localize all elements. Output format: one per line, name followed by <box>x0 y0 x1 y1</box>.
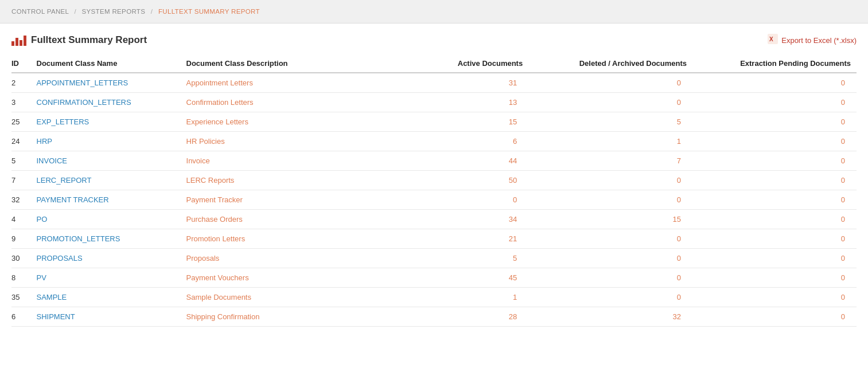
breadcrumb-sep-2: / <box>151 8 153 15</box>
col-header-active: Active Documents <box>414 54 528 73</box>
cell-active: 50 <box>414 171 528 190</box>
chart-bar-icon <box>11 34 26 46</box>
cell-name[interactable]: INVOICE <box>37 151 186 171</box>
breadcrumb-system-reports[interactable]: SYSTEM REPORTS <box>82 8 146 15</box>
cell-name[interactable]: EXP_LETTERS <box>37 112 186 132</box>
cell-name[interactable]: SAMPLE <box>37 288 186 307</box>
cell-name[interactable]: SHIPMENT <box>37 307 186 327</box>
cell-description: LERC Reports <box>186 171 415 190</box>
table-row: 25EXP_LETTERSExperience Letters1550 <box>11 112 857 132</box>
cell-deleted: 0 <box>528 268 692 288</box>
col-header-desc: Document Class Description <box>186 54 415 73</box>
cell-name[interactable]: PROMOTION_LETTERS <box>37 229 186 249</box>
cell-deleted: 5 <box>528 112 692 132</box>
cell-active: 31 <box>414 73 528 93</box>
table-row: 2APPOINTMENT_LETTERSAppointment Letters3… <box>11 73 857 93</box>
cell-pending: 0 <box>692 73 857 93</box>
cell-pending: 0 <box>692 171 857 190</box>
cell-active: 0 <box>414 190 528 210</box>
cell-name[interactable]: HRP <box>37 132 186 151</box>
cell-description: Appointment Letters <box>186 73 415 93</box>
table-row: 5INVOICEInvoice4470 <box>11 151 857 171</box>
breadcrumb-control-panel[interactable]: CONTROL PANEL <box>11 8 69 15</box>
cell-pending: 0 <box>692 249 857 268</box>
table-row: 6SHIPMENTShipping Confirmation28320 <box>11 307 857 327</box>
excel-icon: X <box>768 34 778 46</box>
table-row: 3CONFIRMATION_LETTERSConfirmation Letter… <box>11 93 857 112</box>
cell-id: 4 <box>11 210 37 229</box>
cell-description: Confirmation Letters <box>186 93 415 112</box>
export-label: Export to Excel (*.xlsx) <box>781 36 857 45</box>
cell-name[interactable]: APPOINTMENT_LETTERS <box>37 73 186 93</box>
cell-deleted: 32 <box>528 307 692 327</box>
cell-active: 15 <box>414 112 528 132</box>
report-table: ID Document Class Name Document Class De… <box>11 54 857 327</box>
cell-description: Sample Documents <box>186 288 415 307</box>
cell-active: 45 <box>414 268 528 288</box>
cell-id: 24 <box>11 132 37 151</box>
cell-deleted: 7 <box>528 151 692 171</box>
bar1 <box>11 41 14 46</box>
cell-id: 7 <box>11 171 37 190</box>
cell-id: 25 <box>11 112 37 132</box>
cell-description: Shipping Confirmation <box>186 307 415 327</box>
cell-name[interactable]: PV <box>37 268 186 288</box>
cell-description: Experience Letters <box>186 112 415 132</box>
cell-id: 3 <box>11 93 37 112</box>
cell-name[interactable]: PAYMENT TRACKER <box>37 190 186 210</box>
cell-pending: 0 <box>692 112 857 132</box>
cell-description: Payment Vouchers <box>186 268 415 288</box>
cell-active: 21 <box>414 229 528 249</box>
cell-pending: 0 <box>692 190 857 210</box>
cell-deleted: 0 <box>528 171 692 190</box>
cell-active: 13 <box>414 93 528 112</box>
cell-id: 6 <box>11 307 37 327</box>
cell-pending: 0 <box>692 288 857 307</box>
table-row: 7LERC_REPORTLERC Reports5000 <box>11 171 857 190</box>
cell-id: 9 <box>11 229 37 249</box>
col-header-name: Document Class Name <box>37 54 186 73</box>
cell-pending: 0 <box>692 132 857 151</box>
svg-text:X: X <box>769 36 773 42</box>
cell-deleted: 0 <box>528 93 692 112</box>
cell-name[interactable]: CONFIRMATION_LETTERS <box>37 93 186 112</box>
cell-name[interactable]: PROPOSALS <box>37 249 186 268</box>
cell-active: 1 <box>414 288 528 307</box>
table-row: 30PROPOSALSProposals500 <box>11 249 857 268</box>
cell-pending: 0 <box>692 229 857 249</box>
cell-description: Purchase Orders <box>186 210 415 229</box>
cell-id: 5 <box>11 151 37 171</box>
bar3 <box>20 40 22 46</box>
cell-deleted: 0 <box>528 190 692 210</box>
cell-active: 34 <box>414 210 528 229</box>
col-header-pending: Extraction Pending Documents <box>692 54 857 73</box>
cell-name[interactable]: PO <box>37 210 186 229</box>
cell-deleted: 0 <box>528 249 692 268</box>
cell-id: 35 <box>11 288 37 307</box>
cell-description: Invoice <box>186 151 415 171</box>
cell-deleted: 1 <box>528 132 692 151</box>
report-title: Fulltext Summary Report <box>31 34 147 46</box>
breadcrumb-fulltext-summary: FULLTEXT SUMMARY REPORT <box>158 8 260 15</box>
bar2 <box>15 38 18 46</box>
cell-deleted: 15 <box>528 210 692 229</box>
table-row: 24HRPHR Policies610 <box>11 132 857 151</box>
bar4 <box>24 36 26 46</box>
cell-id: 8 <box>11 268 37 288</box>
cell-pending: 0 <box>692 210 857 229</box>
breadcrumb-sep-1: / <box>74 8 76 15</box>
breadcrumb: CONTROL PANEL / SYSTEM REPORTS / FULLTEX… <box>0 0 868 23</box>
cell-name[interactable]: LERC_REPORT <box>37 171 186 190</box>
col-header-id: ID <box>11 54 37 73</box>
cell-pending: 0 <box>692 268 857 288</box>
report-title-group: Fulltext Summary Report <box>11 34 147 46</box>
report-header: Fulltext Summary Report X Export to Exce… <box>11 34 857 46</box>
cell-description: Payment Tracker <box>186 190 415 210</box>
cell-description: Proposals <box>186 249 415 268</box>
cell-active: 5 <box>414 249 528 268</box>
export-excel-button[interactable]: X Export to Excel (*.xlsx) <box>768 34 857 46</box>
table-row: 9PROMOTION_LETTERSPromotion Letters2100 <box>11 229 857 249</box>
cell-pending: 0 <box>692 151 857 171</box>
cell-deleted: 0 <box>528 229 692 249</box>
cell-deleted: 0 <box>528 73 692 93</box>
